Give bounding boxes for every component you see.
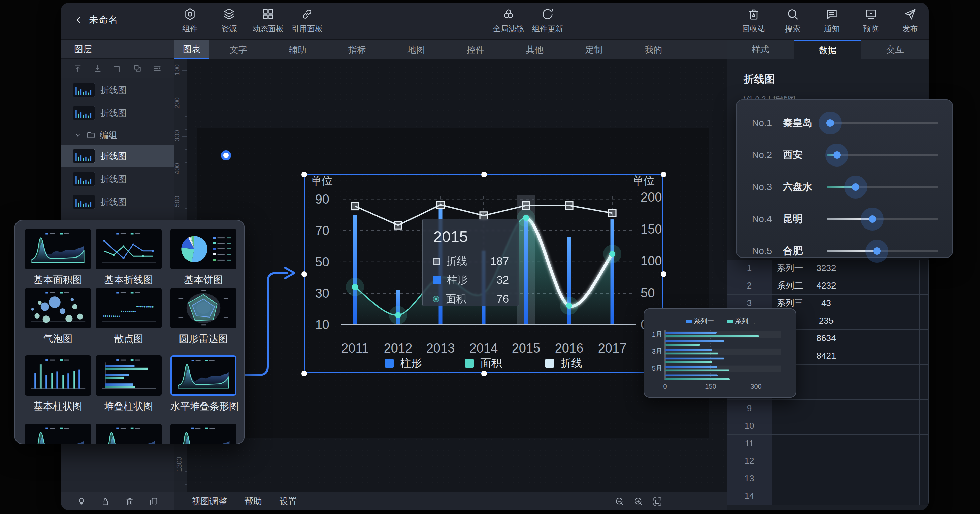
search-tool[interactable]: 搜索	[773, 7, 812, 34]
table-cell-series[interactable]	[772, 435, 808, 452]
table-cell[interactable]	[920, 417, 929, 435]
legend-item[interactable]: 柱形	[385, 356, 422, 371]
slider-thumb[interactable]	[833, 151, 841, 159]
table-cell-value[interactable]: 8421	[808, 347, 845, 365]
table-cell[interactable]	[920, 470, 929, 487]
layer-group-row[interactable]: 编组	[60, 125, 175, 145]
category-tab-其他[interactable]: 其他	[505, 40, 565, 59]
table-cell[interactable]	[845, 312, 883, 330]
table-cell-value[interactable]: 4232	[808, 277, 845, 295]
table-cell-series[interactable]	[772, 470, 808, 487]
category-tab-控件[interactable]: 控件	[446, 40, 505, 59]
table-cell[interactable]	[883, 347, 920, 365]
table-row-number[interactable]: 1	[727, 260, 772, 277]
table-cell-value[interactable]: 43	[808, 295, 845, 312]
table-cell[interactable]	[883, 312, 920, 330]
table-cell[interactable]	[920, 330, 929, 347]
category-tab-我的[interactable]: 我的	[624, 40, 683, 59]
table-cell[interactable]	[883, 470, 920, 487]
notification-tool[interactable]: 通知	[812, 7, 851, 34]
preview-tool[interactable]: 预览	[851, 7, 891, 34]
table-cell[interactable]	[883, 487, 920, 505]
category-tab-定制[interactable]: 定制	[565, 40, 624, 59]
table-cell-value[interactable]	[808, 417, 845, 435]
bring-front-icon[interactable]	[73, 63, 83, 73]
layer-item[interactable]: 折线图	[60, 102, 175, 124]
publish-tool[interactable]: 发布	[891, 7, 929, 34]
table-cell[interactable]	[920, 382, 929, 400]
layer-list-icon[interactable]	[152, 63, 162, 73]
design-canvas[interactable]: 9070503010200150100500201120122013201420…	[187, 59, 727, 492]
category-tab-指标[interactable]: 指标	[327, 40, 387, 59]
category-tab-辅助[interactable]: 辅助	[268, 40, 327, 59]
global-filter-tool[interactable]: 全局滤镜	[489, 7, 528, 34]
layer-item[interactable]: 折线图	[60, 191, 175, 213]
gallery-item-水平堆叠条形图[interactable]: 水平堆叠条形图	[170, 355, 236, 413]
rank-slider[interactable]	[827, 122, 938, 124]
trash-icon[interactable]	[125, 496, 135, 507]
lock-icon[interactable]	[100, 496, 110, 507]
category-tab-地图[interactable]: 地图	[387, 40, 446, 59]
table-cell[interactable]	[883, 382, 920, 400]
table-cell[interactable]	[845, 382, 883, 400]
selection-handle[interactable]	[481, 371, 487, 377]
table-cell[interactable]	[920, 295, 929, 312]
gallery-item-基本柱状图[interactable]: 基本柱状图	[25, 355, 91, 413]
reference-panel-tool[interactable]: 引用面板	[288, 7, 327, 34]
table-cell[interactable]	[920, 277, 929, 295]
table-cell-series[interactable]	[772, 452, 808, 470]
table-row-number[interactable]: 13	[727, 470, 772, 487]
table-cell[interactable]	[920, 435, 929, 452]
table-cell[interactable]	[845, 487, 883, 505]
table-cell-value[interactable]	[808, 435, 845, 452]
table-cell-value[interactable]	[808, 452, 845, 470]
recycle-bin-tool[interactable]: 回收站	[734, 7, 773, 34]
gallery-connector-dot[interactable]	[221, 150, 231, 160]
selection-handle[interactable]	[301, 271, 307, 277]
inspector-tab-交互[interactable]: 交互	[861, 40, 929, 59]
table-cell-value[interactable]	[808, 365, 845, 382]
table-cell-value[interactable]: 8634	[808, 330, 845, 347]
table-cell[interactable]	[920, 400, 929, 417]
rank-slider[interactable]	[827, 186, 938, 188]
table-cell[interactable]	[883, 417, 920, 435]
table-cell[interactable]	[920, 312, 929, 330]
group-icon[interactable]	[113, 63, 123, 73]
rank-slider[interactable]	[827, 154, 938, 156]
table-row-number[interactable]: 12	[727, 452, 772, 470]
table-cell[interactable]	[920, 365, 929, 382]
table-row-number[interactable]: 2	[727, 277, 772, 295]
legend-item[interactable]: 面积	[465, 356, 502, 371]
table-cell[interactable]	[883, 365, 920, 382]
table-cell[interactable]	[883, 452, 920, 470]
table-cell[interactable]	[883, 400, 920, 417]
table-cell[interactable]	[883, 260, 920, 277]
legend-item[interactable]: 折线	[545, 356, 582, 371]
slider-thumb[interactable]	[852, 184, 859, 191]
slider-thumb[interactable]	[869, 215, 876, 223]
table-row-number[interactable]: 11	[727, 435, 772, 452]
table-cell[interactable]	[883, 295, 920, 312]
resource-tool[interactable]: 资源	[210, 7, 248, 34]
table-cell[interactable]	[883, 277, 920, 295]
zoom-out-icon[interactable]	[614, 496, 625, 507]
table-cell-value[interactable]: 235	[808, 312, 845, 330]
gallery-item-partial[interactable]	[170, 424, 236, 444]
table-cell[interactable]	[845, 365, 883, 382]
table-row-number[interactable]: 14	[727, 487, 772, 505]
table-cell[interactable]	[920, 452, 929, 470]
table-cell-series[interactable]	[772, 487, 808, 505]
slider-thumb[interactable]	[873, 247, 881, 255]
table-cell[interactable]	[845, 347, 883, 365]
inspector-tab-样式[interactable]: 样式	[727, 40, 794, 59]
table-cell[interactable]	[920, 487, 929, 505]
gallery-item-散点图[interactable]: 散点图	[95, 288, 162, 346]
selection-handle[interactable]	[481, 172, 487, 177]
table-cell[interactable]	[920, 347, 929, 365]
table-cell-series[interactable]	[772, 400, 808, 417]
selection-handle[interactable]	[661, 172, 667, 177]
gallery-item-气泡图[interactable]: 气泡图	[25, 288, 91, 346]
table-cell-value[interactable]	[808, 400, 845, 417]
gallery-item-基本面积图[interactable]: 基本面积图	[25, 229, 91, 287]
bottom-menu-帮助[interactable]: 帮助	[245, 495, 262, 507]
